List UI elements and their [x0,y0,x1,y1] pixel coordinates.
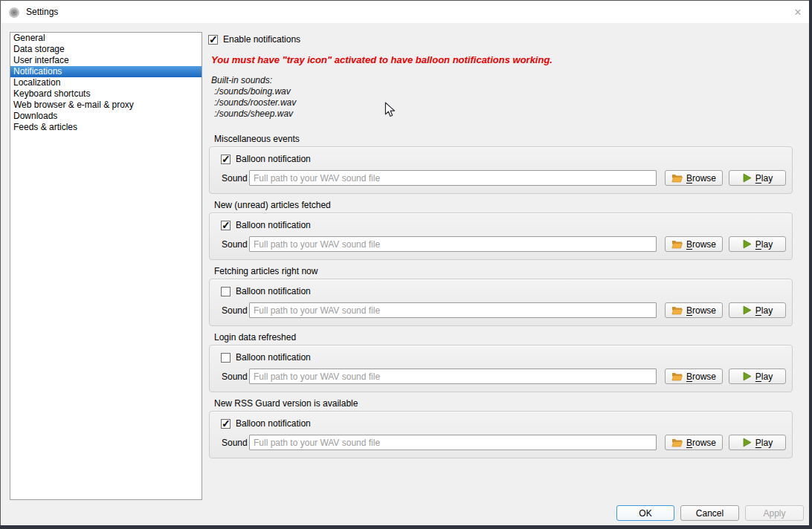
sound-label: Sound [222,239,248,250]
balloon-label: Balloon notification [236,286,311,296]
folder-icon [671,173,683,183]
sidebar-item-label: Notifications [13,66,62,77]
play-button[interactable]: Play [729,369,786,384]
play-icon [742,438,752,447]
folder-icon [671,239,683,249]
play-icon [742,371,752,381]
balloon-label: Balloon notification [236,418,311,429]
section-groupbox: Balloon notification Sound Browse [209,345,793,392]
folder-icon [671,371,683,381]
balloon-notification-row[interactable]: Balloon notification [221,418,311,429]
browse-button[interactable]: Browse [665,170,723,186]
notification-section: Login data refreshed Balloon notificatio… [209,332,793,393]
sidebar-item-label: Keyboard shortcuts [13,88,90,99]
browse-label: Browse [686,438,716,448]
sidebar-item-label: Feeds & articles [13,122,77,132]
sidebar-item-label: Downloads [13,111,57,121]
browse-button[interactable]: Browse [665,435,723,450]
play-icon [742,305,752,315]
settings-category-list: General Data storage User interface Noti… [10,32,202,500]
browse-label: Browse [686,173,716,184]
sound-path-input[interactable] [249,435,657,450]
close-icon[interactable]: ✕ [791,6,805,19]
sidebar-item-data-storage[interactable]: Data storage [10,44,202,55]
sidebar-item-feeds-articles[interactable]: Feeds & articles [10,122,202,133]
enable-notifications-row[interactable]: Enable notifications [208,34,300,45]
mouse-cursor-icon [384,102,396,120]
balloon-notification-row[interactable]: Balloon notification [221,154,311,164]
section-groupbox: Balloon notification Sound Browse [209,212,793,260]
play-icon [742,173,752,183]
browse-label: Browse [686,305,716,316]
screen: { "window": { "title": "Settings", "clos… [0,0,812,529]
sound-label: Sound [222,438,248,448]
tray-icon-warning: You must have "tray icon" activated to h… [211,54,552,65]
sidebar-item-keyboard-shortcuts[interactable]: Keyboard shortcuts [10,88,202,100]
balloon-label: Balloon notification [236,220,311,230]
section-title: New RSS Guard version is available [214,398,358,409]
settings-icon [8,7,20,19]
balloon-checkbox[interactable] [221,221,231,230]
notification-section: Fetching articles right now Balloon noti… [209,266,793,327]
play-button[interactable]: Play [729,170,786,186]
balloon-checkbox[interactable] [221,287,231,296]
play-button[interactable]: Play [729,435,786,450]
sidebar-item-downloads[interactable]: Downloads [10,111,202,122]
section-title: New (unread) articles fetched [214,200,331,210]
balloon-label: Balloon notification [236,352,311,363]
sidebar-item-label: Localization [13,77,60,88]
browse-button[interactable]: Browse [665,236,723,252]
sound-path-input[interactable] [249,170,657,186]
browse-button[interactable]: Browse [665,369,723,384]
section-title: Miscellaneous events [214,134,300,144]
section-title: Fetching articles right now [214,266,318,276]
builtin-sound-path: :/sounds/boing.wav [211,86,296,97]
balloon-label: Balloon notification [236,154,311,164]
sound-label: Sound [222,371,248,382]
sound-path-input[interactable] [249,302,657,318]
notification-section: New (unread) articles fetched Balloon no… [209,200,793,261]
sidebar-item-user-interface[interactable]: User interface [10,55,202,66]
sidebar-item-general[interactable]: General [10,33,202,44]
sidebar-item-label: Data storage [13,44,65,54]
balloon-notification-row[interactable]: Balloon notification [221,352,311,363]
notification-section: New RSS Guard version is available Ballo… [209,398,793,459]
play-label: Play [755,305,773,316]
sound-label: Sound [222,173,248,184]
section-groupbox: Balloon notification Sound Browse [209,146,793,194]
balloon-notification-row[interactable]: Balloon notification [221,286,311,296]
balloon-checkbox[interactable] [221,353,231,363]
ok-button[interactable]: OK [616,505,674,521]
cancel-button[interactable]: Cancel [680,505,739,521]
sidebar-item-label: Web browser & e-mail & proxy [13,100,134,110]
builtin-sounds-heading: Built-in sounds: [211,75,296,86]
balloon-notification-row[interactable]: Balloon notification [221,220,311,230]
apply-button[interactable]: Apply [745,505,804,521]
sidebar-item-web-browser-e-mail-proxy[interactable]: Web browser & e-mail & proxy [10,100,202,111]
titlebar: Settings ✕ [1,1,809,23]
browse-button[interactable]: Browse [665,302,723,318]
sidebar-item-notifications[interactable]: Notifications [10,66,202,77]
window-title: Settings [26,1,58,23]
browse-label: Browse [686,239,716,250]
play-label: Play [755,239,773,250]
play-button[interactable]: Play [729,302,786,318]
sidebar-item-label: General [13,33,45,43]
sidebar-item-localization[interactable]: Localization [10,77,202,88]
section-groupbox: Balloon notification Sound Browse [209,279,793,326]
notification-sections: Miscellaneous events Balloon notificatio… [209,134,793,464]
play-label: Play [755,438,773,448]
play-label: Play [755,173,773,184]
sound-path-input[interactable] [249,236,657,252]
notification-section: Miscellaneous events Balloon notificatio… [209,134,793,195]
section-title: Login data refreshed [214,332,296,343]
sound-label: Sound [222,305,248,316]
balloon-checkbox[interactable] [221,155,231,164]
enable-notifications-checkbox[interactable] [208,35,218,45]
sidebar-item-label: User interface [13,55,69,65]
folder-icon [671,438,683,447]
play-button[interactable]: Play [729,236,786,252]
balloon-checkbox[interactable] [221,419,231,429]
builtin-sound-path: :/sounds/sheep.wav [211,108,296,120]
sound-path-input[interactable] [249,369,657,384]
